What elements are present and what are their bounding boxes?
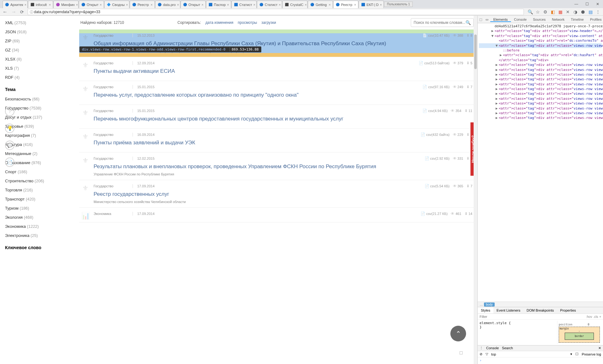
drawer-menu-icon[interactable]: ⋮	[480, 346, 483, 350]
user-badge[interactable]: Пользователь 1	[384, 2, 413, 7]
tab-close-icon[interactable]: ×	[176, 3, 179, 7]
hov-toggle[interactable]: :hov	[586, 315, 592, 318]
tab-close-icon[interactable]: ×	[353, 3, 356, 7]
breadcrumb[interactable]: … body	[478, 302, 603, 307]
elements-line[interactable]: ▶<attr">class="tag">div attr">class="vie…	[479, 67, 602, 72]
devtools-tab[interactable]: Elements	[490, 18, 511, 22]
tab-close-icon[interactable]: ×	[200, 3, 204, 7]
url-bar[interactable]: ⓘ data.gov.ru/opendata?query=&page=33	[28, 9, 524, 15]
tab-close-icon[interactable]: ×	[149, 3, 153, 7]
device-icon[interactable]: ▭	[484, 17, 490, 22]
back-button[interactable]: ←	[3, 9, 8, 15]
topic-filter[interactable]: Образование (976)	[5, 158, 75, 167]
search-input[interactable]	[414, 20, 465, 25]
row-title[interactable]: Пункты выдачи активации ЕСИА	[94, 68, 472, 75]
topic-filter[interactable]: Картография (7)	[5, 131, 75, 140]
elements-line[interactable]: ▶<attr">class="tag">div attr">class="vie…	[479, 115, 602, 120]
elements-panel[interactable]: dd4a05121a4727c6f9ea6a25c1af2978 jquery-…	[478, 23, 603, 302]
dataset-row[interactable]: ⚜Государство12.09.2014📄csv(513 байтов)👁3…	[79, 57, 475, 81]
settings-icon[interactable]: ⚙	[543, 9, 548, 14]
tab-close-icon[interactable]: ×	[23, 3, 26, 7]
elements-line[interactable]: <attr">class="tag">div attr">rel="dc:con…	[479, 38, 602, 43]
browser-tab[interactable]: 🔵Открыт×	[181, 1, 206, 8]
dataset-row[interactable]: ⚜Государство15.01.2015📄csv(97.16 КБ)👁249…	[79, 81, 475, 105]
format-filter[interactable]: XLS (7)	[5, 64, 75, 73]
ext2-icon[interactable]: ▦	[558, 9, 563, 14]
format-filter[interactable]: RDF (4)	[5, 73, 75, 82]
topic-filter[interactable]: Экономика (1222)	[5, 222, 75, 231]
page-scrollbar[interactable]	[474, 16, 477, 364]
styles-tab[interactable]: Properties	[557, 307, 579, 313]
browser-tab[interactable]: 🔵Открыт×	[79, 1, 104, 8]
elements-line[interactable]: ▶<attr">class="tag">div attr">class="vie…	[479, 62, 602, 67]
sort-date[interactable]: дата изменения	[205, 20, 233, 25]
inspect-icon[interactable]: ⬚	[478, 17, 484, 22]
topic-filter[interactable]: Строительство (206)	[5, 176, 75, 185]
topic-filter[interactable]: Культура (416)	[5, 140, 75, 149]
styles-tab[interactable]: Event Listeners	[493, 307, 524, 313]
csv-stat[interactable]: 📄csv(21.27 КБ)	[421, 211, 448, 216]
tab-close-icon[interactable]: ×	[125, 3, 128, 7]
browser-tab[interactable]: 🔵Getting×	[308, 1, 333, 8]
browser-tab[interactable]: 🔷Сводны×	[104, 1, 129, 8]
elements-line[interactable]: ▶<attr">class="tag">div attr">class="vie…	[479, 106, 602, 111]
ext6-icon[interactable]: ▤	[588, 9, 593, 14]
filter-console-icon[interactable]: ▽	[486, 352, 488, 356]
console-tab[interactable]: Console	[486, 346, 499, 350]
ext1-icon[interactable]: ◧	[550, 9, 555, 14]
elements-line[interactable]: ▶<attr">class="tag">div attr">class="vie…	[479, 96, 602, 101]
scope-selector[interactable]: top	[491, 352, 496, 356]
csv-stat[interactable]: 📄csv(4.94 КБ)	[422, 109, 448, 113]
devtools-tab[interactable]: Console	[511, 18, 530, 21]
tab-close-icon[interactable]: ×	[328, 3, 331, 7]
tab-close-icon[interactable]: ×	[303, 3, 307, 7]
dataset-row[interactable]: ⚜Государство15.12.2013📄csv(10.47 КБ)👁388…	[79, 29, 475, 57]
console-prompt[interactable]: ›	[478, 357, 603, 363]
devtools-tab[interactable]: Sources	[530, 18, 549, 21]
elements-line[interactable]: ▶<attr">class="tag">div attr">class="vie…	[479, 82, 602, 87]
elements-line[interactable]: ▶<attr">class="tag">div attr">rel="dc:ha…	[479, 53, 602, 57]
format-filter[interactable]: XLSX (8)	[5, 55, 75, 64]
dataset-row[interactable]: ⚜Государство12.02.2015📄csv(2.92 КБ)👁331⬇…	[79, 153, 475, 180]
format-filter[interactable]: GZ (34)	[5, 46, 75, 55]
browser-tab[interactable]: 🔵Реестр×	[130, 1, 155, 8]
csv-stat[interactable]: 📄csv(513 байтов)	[419, 61, 449, 65]
tab-close-icon[interactable]: ×	[75, 3, 78, 7]
preserve-log-label[interactable]: Preserve log	[582, 352, 601, 356]
browser-tab[interactable]: 🔵Архитек×	[3, 1, 28, 8]
browser-tab[interactable]: 🔵Реестр×	[333, 1, 358, 8]
topic-filter[interactable]: Досуг и отдых (137)	[5, 113, 75, 122]
csv-stat[interactable]: 📄csv(432 байта)	[421, 132, 450, 137]
minimize-button[interactable]: —	[571, 0, 582, 8]
elements-line[interactable]: ▶<attr">class="tag">div attr">class="vie…	[479, 87, 602, 91]
cls-toggle[interactable]: .cls	[593, 315, 598, 318]
star-icon[interactable]: ☆	[535, 9, 540, 14]
tab-close-icon[interactable]: ×	[48, 3, 51, 7]
devtools-tab[interactable]: Network	[549, 18, 568, 21]
ext3-icon[interactable]: ✕	[565, 9, 570, 14]
csv-stat[interactable]: 📄csv(10.47 КБ)	[422, 33, 449, 38]
devtools-tab[interactable]: Profiles	[587, 18, 603, 21]
row-title[interactable]: Пункты приёма заявлений и выдачи УЭК	[94, 139, 472, 147]
browser-tab[interactable]: 🟣Минфин×	[53, 1, 79, 8]
topic-filter[interactable]: Безопасность (66)	[5, 94, 75, 104]
topic-filter[interactable]: Туризм (186)	[5, 204, 75, 213]
topic-filter[interactable]: Метеоданные (2)	[5, 149, 75, 158]
dataset-row[interactable]: ⚜Государство17.09.2014📄csv(5.54 КБ)👁365⬇…	[79, 180, 475, 208]
sort-downloads[interactable]: загрузки	[261, 20, 276, 25]
topic-filter[interactable]: Экология (468)	[5, 213, 75, 222]
ext4-icon[interactable]: ◑	[573, 9, 578, 14]
styles-tab[interactable]: DOM Breakpoints	[524, 307, 557, 313]
elements-line[interactable]: ▶<attr">class="tag">div attr">class="vie…	[479, 72, 602, 77]
format-filter[interactable]: JSON (918)	[5, 27, 75, 36]
tab-close-icon[interactable]: ×	[252, 3, 255, 7]
browser-tab[interactable]: 🟦Статист×	[231, 1, 257, 8]
tab-close-icon[interactable]: ×	[226, 3, 229, 7]
browser-tab[interactable]: 🟦ЕКП | D×	[359, 1, 384, 8]
idea-icon[interactable]: 💡	[5, 124, 14, 133]
elements-line[interactable]: ▶<attr">class="tag">div attr">class="vie…	[479, 77, 602, 82]
search-tab[interactable]: Search	[502, 346, 513, 350]
csv-stat[interactable]: 📄csv(97.16 КБ)	[422, 85, 449, 89]
drawer-close-icon[interactable]: ✕	[598, 346, 601, 350]
dataset-row[interactable]: 📊Экономика17.09.2014📄csv(21.27 КБ)👁461⬇1…	[79, 208, 475, 222]
